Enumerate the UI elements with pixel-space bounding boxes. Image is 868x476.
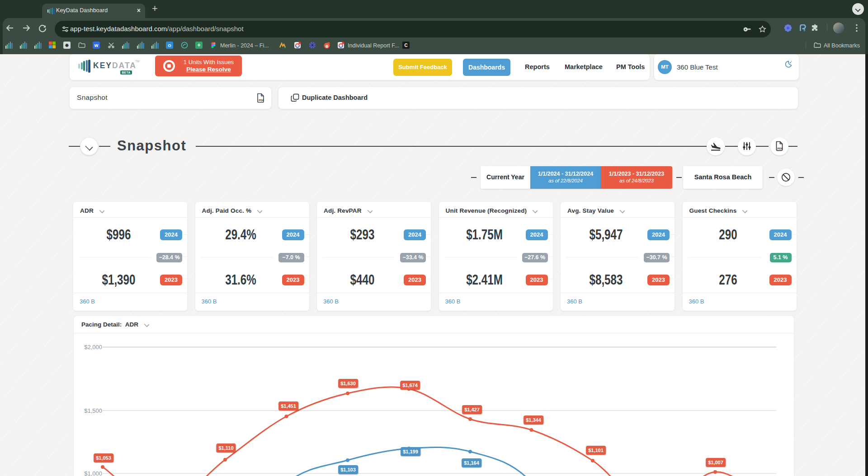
svg-text:PDF: PDF	[778, 147, 783, 150]
svg-text:5: 5	[803, 28, 805, 32]
svg-text:PDF: PDF	[259, 99, 264, 102]
